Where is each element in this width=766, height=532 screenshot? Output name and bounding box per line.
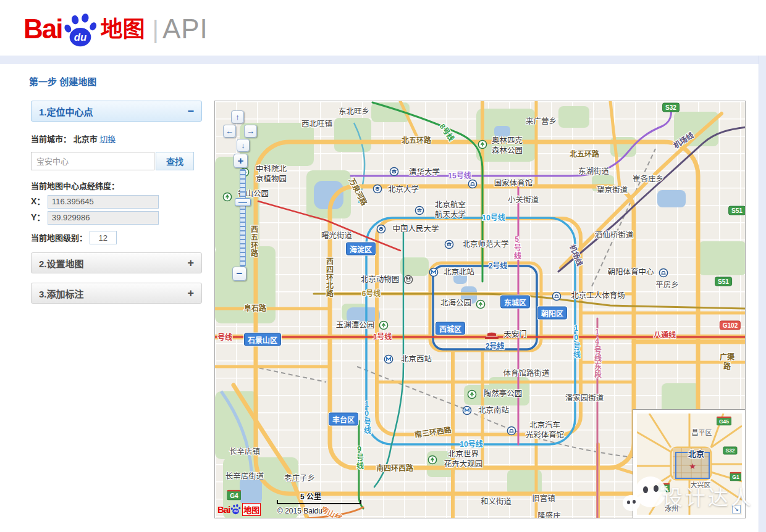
minimap-place-label: 昌平区 [692, 427, 712, 437]
coords-label: 当前地图中心点经纬度： [31, 180, 119, 191]
map-poi-univ-icon [389, 167, 399, 177]
panel-locate-center-header[interactable]: 1.定位中心点 − [31, 101, 202, 122]
map-poi-station-icon [462, 405, 472, 415]
map-poi-label: 天安门 [503, 330, 527, 340]
subway-line-label: 机场线 [567, 243, 584, 267]
step-title: 第一步 创建地图 [29, 75, 96, 88]
map-road-label: 阜石路 [244, 304, 266, 314]
subway-line-label: 八通线 [654, 331, 676, 340]
map-poi-tree-icon [379, 320, 389, 330]
map-place-label: 曙光街道 [321, 231, 352, 241]
map-poi-stadium-icon [659, 268, 668, 278]
zoom-in-button[interactable]: + [234, 154, 248, 168]
map-poi-label: 国家体育馆 [494, 179, 533, 189]
map-level-input[interactable] [90, 231, 117, 244]
search-input[interactable] [31, 152, 154, 170]
map-place-label: 酒仙桥街道 [595, 231, 634, 241]
panel1-title: 1.定位中心点 [39, 105, 93, 118]
map-place-label: 平房乡 [655, 281, 679, 291]
highway-badge: G4 [227, 490, 241, 501]
district-badge: 海淀区 [346, 243, 376, 256]
find-button[interactable]: 查找 [156, 152, 194, 170]
panel-set-map-header[interactable]: 2.设置地图 + [31, 252, 202, 273]
zoom-slider-handle[interactable] [235, 198, 251, 206]
map-poi-label: 北京大学 [388, 185, 419, 195]
y-coordinate-input[interactable] [48, 211, 159, 225]
minimap-place-label: 大兴区 [691, 480, 711, 489]
map-poi-label: 北京动物园 [361, 275, 400, 285]
map-place-label: 体育馆路街道 [503, 369, 549, 379]
minimap-highway-badge: G45 [717, 417, 731, 426]
map-poi-univ-icon [444, 239, 454, 249]
map-place-label: 潘家园街道 [565, 394, 604, 404]
map-poi-univ-icon [372, 184, 382, 194]
map-poi-stadium-icon [552, 291, 562, 301]
map-road-label: 西五环路 [249, 225, 258, 257]
map-poi-tree-icon [476, 299, 486, 309]
panel3-title: 3.添加标注 [39, 287, 84, 300]
logo-du-text: du [74, 31, 87, 43]
x-coord-row: X： [31, 194, 159, 209]
map-road-label: 南四环西路 [376, 464, 413, 473]
district-badge: 丰台区 [329, 413, 358, 426]
switch-city-link[interactable]: 切换 [99, 135, 116, 144]
map-poi-univ-icon [376, 224, 386, 234]
map-poi-station-icon [384, 354, 394, 364]
highway-badge: S51 [728, 206, 746, 215]
map-place-label: 旧宫镇 [532, 494, 555, 504]
minimap-place-label: 北京 [688, 447, 704, 459]
expand-plus-icon[interactable]: + [187, 257, 194, 268]
district-badge: 西城区 [436, 322, 465, 335]
x-coordinate-input[interactable] [48, 195, 159, 209]
subway-line-label: 10号线 [571, 324, 581, 359]
map-copyright: © 2015 Baidu [277, 507, 322, 515]
map-poi-stadium-icon [468, 179, 478, 189]
subway-line-label: 5号线 [512, 235, 521, 260]
map-poi-label: 北海公园 [440, 299, 471, 309]
subway-line-label: 2号线 [486, 342, 505, 351]
map-poi-label: 北京航空 航天大学 [435, 201, 466, 220]
pan-up-button[interactable]: ↑ [231, 110, 244, 123]
panel-add-marker-header[interactable]: 3.添加标注 + [31, 283, 202, 304]
scale-bar [277, 500, 361, 504]
map-poi-label: 清华大学 [409, 168, 440, 178]
top-band [0, 56, 766, 64]
map-poi-zoo-icon [403, 275, 413, 285]
district-badge: 东城区 [500, 296, 530, 309]
map-poi-label: 朝阳体育中心 [607, 268, 654, 278]
map-place-label: 老庄子乡 [284, 474, 315, 484]
zoom-slider-track[interactable] [240, 169, 246, 267]
district-badge: 石景山区 [244, 333, 281, 346]
minimap-collapse-button[interactable]: ↘ [732, 505, 741, 513]
map-canvas[interactable]: 东北旺乡西北旺镇来广营乡东湖街道崔各庄乡望京街道酒仙桥街道小关街道曙光街道平房乡… [214, 101, 746, 518]
map-place-label: 望京街道 [597, 186, 628, 196]
pan-down-button[interactable]: ↓ [237, 139, 250, 152]
map-level-label: 当前地图级别： [31, 233, 87, 243]
map-poi-label: 中科院北 京植物园 [256, 165, 287, 184]
minimap-center-star-icon: ★ [689, 462, 696, 471]
map-poi-label: 奥林匹克 森林公园 [492, 136, 523, 156]
baidu-map-logo-small: Bai du 地图 [217, 502, 261, 517]
x-label: X： [31, 196, 45, 206]
map-poi-label: 中国人民大学 [392, 225, 439, 235]
overview-minimap[interactable]: 昌平区北京大兴区涿州G45S32G1G5 ★ ↘ [633, 409, 746, 518]
pan-right-button[interactable]: → [244, 125, 257, 138]
map-place-label: 隆盛庄 [537, 512, 561, 518]
zoom-handle-grip [238, 202, 247, 203]
maplogo-du-text: du [234, 509, 238, 513]
highway-badge: S51 [715, 277, 732, 286]
subway-line-label: 8号线 [437, 122, 456, 143]
maplogo-bai-text: Bai [217, 504, 230, 515]
collapse-minus-icon[interactable]: − [187, 106, 194, 117]
minimap-highway-badge: G1 [730, 472, 741, 481]
zoom-out-button[interactable]: − [232, 267, 246, 281]
logo-api-text: API [162, 11, 208, 47]
expand-plus-icon[interactable]: + [187, 288, 194, 299]
baidu-maps-logo[interactable]: Bai du 地图 | API [23, 9, 208, 47]
pan-left-button[interactable]: ← [223, 125, 236, 138]
subway-line-label: 号线 [217, 333, 232, 343]
highway-badge: G102 [720, 321, 741, 330]
subway-line-label: 2号线 [489, 262, 508, 271]
minimap-highway-badge: S32 [723, 447, 737, 455]
right-scroll-strip[interactable] [759, 56, 766, 532]
